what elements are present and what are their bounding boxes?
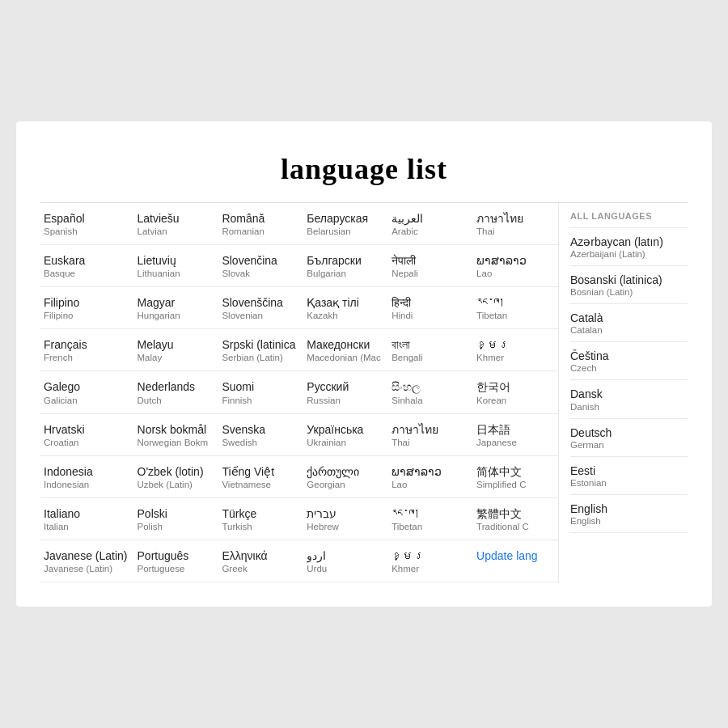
lang-english: Macedonian (Mac <box>307 353 382 362</box>
content-area: EspañolSpanishLatviešuLatvianRomânăRoman… <box>40 203 688 583</box>
lang-english: Kazakh <box>307 311 382 320</box>
lang-english: Malay <box>138 353 213 362</box>
sidebar-lang-item[interactable]: EnglishEnglish <box>570 495 688 533</box>
lang-cell: اردوUrdu <box>303 540 388 582</box>
lang-english: Lao <box>476 269 552 278</box>
lang-native: Română <box>222 211 297 226</box>
lang-cell: SvenskaSwedish <box>218 414 303 456</box>
lang-cell: PolskiPolish <box>134 498 219 540</box>
lang-english: Slovenian <box>222 311 297 320</box>
lang-cell: MelayuMalay <box>134 329 219 371</box>
lang-english: Spanish <box>44 226 128 236</box>
lang-english: Thai <box>476 226 552 236</box>
lang-cell: Norsk bokmålNorwegian Bokm <box>134 414 219 456</box>
lang-english: Ukrainian <box>307 438 382 447</box>
lang-cell: རྫོང་ཁ།Tibetan <box>388 498 473 540</box>
lang-english: Hindi <box>392 311 467 320</box>
sidebar-lang-item[interactable]: Azərbaycan (latın)Azerbaijani (Latin) <box>570 228 688 266</box>
lang-native: Español <box>44 211 128 226</box>
page-title: language list <box>40 138 688 203</box>
lang-cell: Srpski (latinicaSerbian (Latin) <box>218 329 303 371</box>
sidebar-lang-native: Čeština <box>570 349 688 363</box>
lang-cell: Javanese (Latin)Javanese (Latin) <box>40 540 134 582</box>
lang-english: Khmer <box>392 564 467 574</box>
sidebar-lang-item[interactable]: Bosanski (latinica)Bosnian (Latin) <box>570 266 688 304</box>
lang-native: اردو <box>307 548 382 563</box>
sidebar-lang-item[interactable]: EestiEstonian <box>570 457 688 495</box>
lang-english: Lithuanian <box>138 269 213 278</box>
lang-native: සිංහල <box>392 379 467 394</box>
lang-native: Norsk bokmål <box>138 422 213 437</box>
lang-english: Thai <box>392 438 467 447</box>
lang-english: Greek <box>222 564 297 574</box>
lang-english: Bulgarian <box>307 269 382 278</box>
sidebar-lang-native: Dansk <box>570 387 688 401</box>
lang-english: Filipino <box>44 311 128 320</box>
lang-english: French <box>44 353 128 362</box>
lang-english: Norwegian Bokm <box>138 438 213 447</box>
lang-english: Indonesian <box>44 480 128 489</box>
lang-english: Traditional C <box>476 522 552 531</box>
lang-cell: МакедонскиMacedonian (Mac <box>303 329 388 371</box>
sidebar-lang-native: Azərbaycan (latın) <box>570 235 688 249</box>
lang-native: 简体中文 <box>476 464 552 479</box>
lang-native: Slovenščina <box>222 295 297 310</box>
language-list-card: language list EspañolSpanishLatviešuLatv… <box>16 121 712 607</box>
lang-native: Suomi <box>222 379 297 394</box>
lang-cell: EspañolSpanish <box>40 203 134 245</box>
lang-cell: ภาษาไทยThai <box>473 203 558 245</box>
lang-cell: IndonesiaIndonesian <box>40 456 134 498</box>
lang-cell: RomânăRomanian <box>218 203 303 245</box>
lang-english: Finnish <box>222 396 297 405</box>
lang-english: Latvian <box>138 226 213 236</box>
sidebar-lang-native: Bosanski (latinica) <box>570 273 688 287</box>
lang-english: Javanese (Latin) <box>44 564 128 574</box>
lang-english: Swedish <box>222 438 297 447</box>
lang-cell: Tiếng ViệtVietnamese <box>218 456 303 498</box>
lang-cell: GalegoGalician <box>40 371 134 413</box>
lang-native: Македонски <box>307 337 382 352</box>
lang-native: Euskara <box>44 253 128 268</box>
lang-cell: 日本語Japanese <box>473 414 558 456</box>
lang-native: ქართული <box>307 464 382 479</box>
lang-cell: বাংলাBengali <box>388 329 473 371</box>
lang-cell: සිංහලSinhala <box>388 371 473 413</box>
lang-english: Hungarian <box>138 311 213 320</box>
lang-cell: རྫོང་ཁ།Tibetan <box>473 287 558 329</box>
sidebar-lang-english: German <box>570 440 688 450</box>
lang-cell: РусскийRussian <box>303 371 388 413</box>
lang-cell: ខ្មែរKhmer <box>388 540 473 582</box>
lang-english: Turkish <box>222 522 297 531</box>
update-lang-link[interactable]: Update lang <box>476 549 538 562</box>
sidebar-lang-native: Eesti <box>570 463 688 478</box>
lang-cell: HrvatskiCroatian <box>40 414 134 456</box>
lang-native: Svenska <box>222 422 297 437</box>
lang-native: हिन्दी <box>392 295 467 310</box>
sidebar-lang-item[interactable]: CatalàCatalan <box>570 304 688 342</box>
sidebar-lang-item[interactable]: DeutschGerman <box>570 419 688 457</box>
lang-cell: FilipinoFilipino <box>40 287 134 329</box>
lang-native: עברית <box>307 506 382 521</box>
lang-native: Türkçe <box>222 506 297 521</box>
lang-cell: PortuguêsPortuguese <box>134 540 219 582</box>
sidebar-lang-item[interactable]: ČeštinaCzech <box>570 342 688 380</box>
lang-english: Nepali <box>392 269 467 278</box>
sidebar-lang-native: Deutsch <box>570 425 688 440</box>
sidebar-lang-english: English <box>570 516 688 526</box>
sidebar-lang-native: English <box>570 502 688 516</box>
lang-native: རྫོང་ཁ། <box>476 295 552 310</box>
lang-cell: NederlandsDutch <box>134 371 219 413</box>
sidebar-lang-item[interactable]: DanskDanish <box>570 380 688 418</box>
lang-cell: БългарскиBulgarian <box>303 245 388 287</box>
lang-english: Georgian <box>307 480 382 489</box>
lang-english: Uzbek (Latin) <box>138 480 213 489</box>
lang-native: العربية <box>392 211 467 226</box>
lang-native: ខ្មែរ <box>392 548 467 563</box>
lang-native: 한국어 <box>476 379 552 394</box>
lang-cell: LatviešuLatvian <box>134 203 219 245</box>
lang-cell: Қазақ тіліKazakh <box>303 287 388 329</box>
lang-native: Melayu <box>138 337 213 352</box>
lang-cell: БеларускаяBelarusian <box>303 203 388 245</box>
lang-english: Tibetan <box>476 311 552 320</box>
lang-cell: नेपालीNepali <box>388 245 473 287</box>
